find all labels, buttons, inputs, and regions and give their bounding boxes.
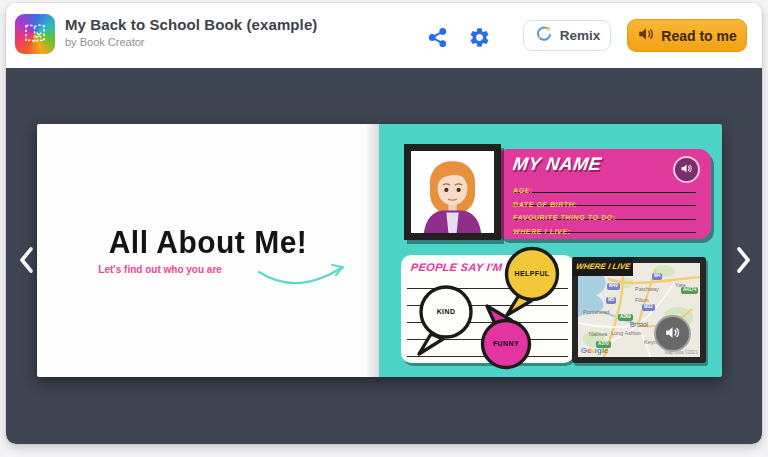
where-i-live-card: WHERE I LIVE (572, 257, 706, 363)
prev-page-button[interactable] (16, 246, 38, 276)
map-audio-button[interactable] (654, 315, 691, 352)
speech-bubble-icon (475, 302, 537, 374)
bubble-label: KIND (413, 308, 479, 315)
speech-bubble-icon (413, 284, 479, 360)
field-where-i-live: WHERE I LIVE: (513, 220, 696, 234)
road-badge: M5 (606, 297, 616, 304)
book-outline-icon (22, 21, 48, 47)
book-author: by Book Creator (65, 36, 317, 48)
road-badge: A4174 (681, 287, 698, 294)
page-tagline: Let's find out who you are (37, 264, 283, 275)
book-spread: All About Me! Let's find out who you are (37, 124, 722, 377)
road-badge: M49 (607, 283, 620, 290)
right-page: MY NAME AGE: DATE OF BIRTH: (379, 124, 722, 377)
page-title: All About Me! (37, 225, 379, 261)
road-badge: M32 (642, 304, 655, 311)
map-title: WHERE I LIVE (575, 262, 630, 271)
speech-bubble-kind: KIND (413, 284, 479, 360)
road-badge: M4 (652, 273, 662, 280)
field-age: AGE: (513, 179, 696, 193)
map-place: Long Ashton (611, 330, 642, 336)
remix-button-label: Remix (560, 28, 601, 43)
curved-arrow-icon (255, 258, 351, 298)
field-date-of-birth: DATE OF BIRTH: (513, 193, 696, 207)
map-title-badge: WHERE I LIVE (573, 257, 633, 276)
read-to-me-label: Read to me (661, 28, 736, 44)
portrait-photo (404, 144, 501, 240)
map-place: Filton (635, 297, 648, 303)
header-titles: My Back to School Book (example) by Book… (65, 16, 317, 48)
google-logo: Google (581, 346, 609, 355)
name-card-title: MY NAME (512, 154, 603, 175)
next-page-button[interactable] (732, 246, 754, 276)
speech-bubble-funny: FUNNY (475, 302, 537, 374)
share-button[interactable] (423, 25, 451, 53)
book-viewer: All About Me! Let's find out who you are (6, 68, 762, 444)
settings-button[interactable] (465, 25, 493, 53)
google-map[interactable]: Patchway Yate Filton Portishead Bristol … (578, 263, 700, 357)
book-title: My Back to School Book (example) (65, 16, 317, 33)
book-creator-logo (15, 14, 55, 54)
app-header: My Back to School Book (example) by Book… (6, 3, 762, 68)
book-creator-window: My Back to School Book (example) by Book… (6, 3, 762, 444)
gear-icon (468, 26, 491, 52)
name-card-fields: AGE: DATE OF BIRTH: FAVOURITE THING TO D… (513, 179, 696, 233)
speaker-icon (664, 324, 681, 344)
speaker-icon (680, 162, 693, 178)
map-place: Bristol (630, 321, 648, 328)
bubble-label: HELPFUL (499, 270, 565, 277)
map-place: Nailsea (589, 331, 607, 337)
refresh-stars-icon (534, 24, 554, 47)
field-favourite-thing: FAVOURITE THING TO DO: (513, 206, 696, 220)
chevron-right-icon (733, 262, 753, 277)
read-to-me-button[interactable]: Read to me (627, 19, 747, 52)
left-page: All About Me! Let's find out who you are (37, 124, 379, 377)
woman-emoji-icon (411, 151, 494, 233)
app-window: My Back to School Book (example) by Book… (0, 0, 768, 457)
map-place: Patchway (635, 286, 659, 292)
speaker-icon (637, 25, 655, 46)
chevron-left-icon (17, 262, 37, 277)
share-icon (427, 27, 448, 51)
road-badge: A369 (618, 314, 633, 321)
map-place: Portishead (583, 309, 609, 315)
field-label: WHERE I LIVE: (513, 228, 571, 235)
remix-button[interactable]: Remix (523, 20, 611, 51)
bubble-label: FUNNY (475, 340, 537, 347)
my-name-card: MY NAME AGE: DATE OF BIRTH: (496, 149, 711, 239)
